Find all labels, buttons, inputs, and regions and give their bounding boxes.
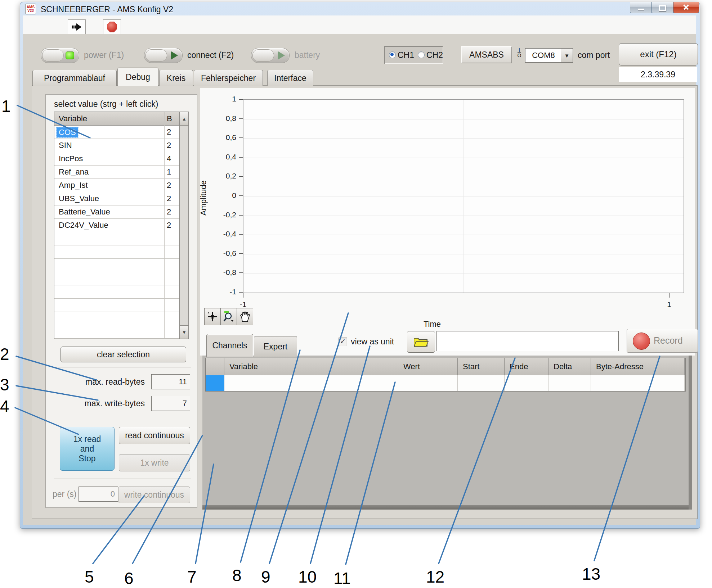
tab-expert[interactable]: Expert bbox=[254, 336, 297, 357]
read-bytes-field[interactable]: 11 bbox=[151, 374, 190, 389]
tab-kreis[interactable]: Kreis bbox=[159, 70, 193, 86]
callout-number-13: 13 bbox=[582, 564, 600, 584]
variable-table-header: Variable B bbox=[54, 112, 179, 126]
y-tick-label: 0,4 bbox=[215, 153, 236, 161]
x-tick-mark bbox=[243, 293, 243, 298]
variable-name: COS bbox=[57, 127, 78, 137]
table-cell[interactable] bbox=[591, 375, 685, 391]
tab-debug[interactable]: Debug bbox=[117, 68, 158, 86]
table-cell[interactable] bbox=[548, 375, 591, 391]
variable-bytes: 4 bbox=[167, 154, 171, 163]
table-cell[interactable] bbox=[505, 375, 548, 391]
triangle-up-icon: ▲ bbox=[182, 116, 187, 122]
maximize-button[interactable] bbox=[651, 2, 674, 13]
minimize-icon bbox=[638, 9, 644, 10]
graph-crosshair-tool[interactable] bbox=[204, 308, 221, 325]
battery-arrow-icon bbox=[278, 51, 285, 60]
power-toggle[interactable] bbox=[41, 48, 79, 63]
table-scrollbar[interactable]: ▲ ▼ bbox=[179, 112, 188, 339]
x-axis-title: Time bbox=[411, 320, 454, 329]
run-button[interactable] bbox=[68, 19, 86, 34]
period-field[interactable]: 0 bbox=[79, 487, 118, 502]
y-tick-mark bbox=[239, 118, 243, 119]
table-row-empty[interactable] bbox=[54, 285, 179, 299]
callout-number-9: 9 bbox=[261, 567, 270, 587]
app-icon: AMSV23 bbox=[25, 4, 36, 14]
table-row[interactable]: IncPos4 bbox=[54, 152, 179, 166]
variable-table[interactable]: Variable B COS2SIN2IncPos4Ref_ana1Amp_Is… bbox=[54, 112, 189, 339]
table-row-empty[interactable] bbox=[54, 232, 179, 245]
ch1-radio[interactable] bbox=[389, 51, 396, 58]
com-port-dropdown-button[interactable]: ▼ bbox=[561, 48, 573, 63]
checkmark-icon: ✓ bbox=[340, 338, 346, 345]
tab-channels-label: Channels bbox=[212, 341, 247, 350]
write-continuous-button[interactable]: write continuous bbox=[118, 487, 190, 503]
y-tick-label: -0,6 bbox=[215, 249, 236, 258]
close-button[interactable] bbox=[673, 2, 699, 13]
tab-channels[interactable]: Channels bbox=[206, 334, 253, 357]
connect-arrow-icon bbox=[171, 51, 178, 60]
column-header-variable: Variable bbox=[59, 114, 87, 123]
table-cell[interactable] bbox=[458, 375, 505, 391]
callout-number-8: 8 bbox=[232, 566, 242, 585]
table-row[interactable]: COS2 bbox=[54, 126, 179, 139]
table-row[interactable]: SIN2 bbox=[54, 139, 179, 152]
table-row[interactable]: Amp_Ist2 bbox=[54, 179, 179, 192]
view-as-unit-label: view as unit bbox=[351, 337, 394, 347]
y-tick-mark bbox=[239, 157, 243, 158]
scroll-down-button[interactable]: ▼ bbox=[180, 325, 189, 339]
graph-zoom-tool[interactable] bbox=[220, 308, 237, 325]
device-type-indicator: AMSABS bbox=[461, 46, 512, 63]
table-row[interactable]: DC24V_Value2 bbox=[54, 219, 179, 232]
divider bbox=[54, 367, 191, 367]
tab-fehlerspeicher[interactable]: Fehlerspeicher bbox=[194, 70, 263, 86]
page-shadow bbox=[689, 356, 692, 510]
table-cell[interactable] bbox=[224, 375, 398, 391]
ch2-radio[interactable] bbox=[418, 51, 425, 58]
record-button[interactable]: Record bbox=[627, 329, 698, 353]
variable-bytes: 1 bbox=[167, 167, 171, 177]
column-divider bbox=[164, 112, 165, 339]
record-path-field[interactable] bbox=[436, 331, 619, 351]
table-row[interactable]: Ref_ana1 bbox=[54, 166, 179, 179]
table-row[interactable]: Batterie_Value2 bbox=[54, 205, 179, 219]
browse-file-button[interactable] bbox=[407, 331, 435, 353]
read-once-stop-button[interactable]: 1x readandStop bbox=[60, 427, 115, 471]
clear-selection-button[interactable]: clear selection bbox=[61, 347, 186, 362]
table-row-empty[interactable] bbox=[54, 312, 179, 325]
connect-toggle[interactable] bbox=[144, 48, 183, 63]
variable-bytes: 2 bbox=[167, 207, 171, 217]
y-tick-mark bbox=[239, 137, 243, 138]
tab-interface[interactable]: Interface bbox=[267, 70, 313, 86]
table-row-empty[interactable] bbox=[54, 272, 179, 285]
table-row-empty[interactable] bbox=[54, 259, 179, 272]
view-as-unit-checkbox[interactable]: ✓ bbox=[339, 338, 347, 346]
exit-button[interactable]: exit (F12) bbox=[619, 43, 698, 65]
com-port-value[interactable]: COM8 bbox=[525, 48, 562, 63]
read-continuous-button[interactable]: read continuous bbox=[119, 427, 190, 444]
write-once-button[interactable]: 1x write bbox=[119, 454, 190, 471]
tab-programmablauf[interactable]: Programmablauf bbox=[32, 70, 117, 86]
scroll-up-button[interactable]: ▲ bbox=[180, 112, 189, 126]
variable-bytes: 2 bbox=[167, 127, 171, 137]
graph-pan-tool[interactable] bbox=[237, 308, 253, 325]
abort-button[interactable] bbox=[103, 19, 121, 34]
titlebar[interactable]: AMSV23 SCHNEEBERGER - AMS Konfig V2 bbox=[23, 3, 628, 15]
x-tick-label: -1 bbox=[237, 300, 250, 309]
y-tick-label: 0,2 bbox=[215, 172, 236, 180]
table-row-empty[interactable] bbox=[54, 245, 179, 259]
minimize-button[interactable] bbox=[630, 2, 652, 13]
table-row-empty[interactable] bbox=[54, 325, 179, 339]
callout-number-6: 6 bbox=[124, 569, 134, 588]
table-cell[interactable] bbox=[398, 375, 458, 391]
waveform-graph-plot[interactable] bbox=[243, 99, 684, 293]
table-row-empty[interactable] bbox=[54, 299, 179, 312]
variable-bytes: 2 bbox=[167, 221, 171, 230]
table-row[interactable]: UBS_Value2 bbox=[54, 192, 179, 205]
battery-toggle[interactable] bbox=[251, 48, 290, 63]
toggle-knob bbox=[42, 49, 64, 62]
write-bytes-field[interactable]: 7 bbox=[151, 396, 190, 411]
channels-table[interactable]: VariableWertStartEndeDeltaByte-Adresse bbox=[205, 358, 686, 392]
row-selector-cell[interactable] bbox=[206, 375, 224, 391]
magnifier-icon bbox=[223, 311, 234, 322]
